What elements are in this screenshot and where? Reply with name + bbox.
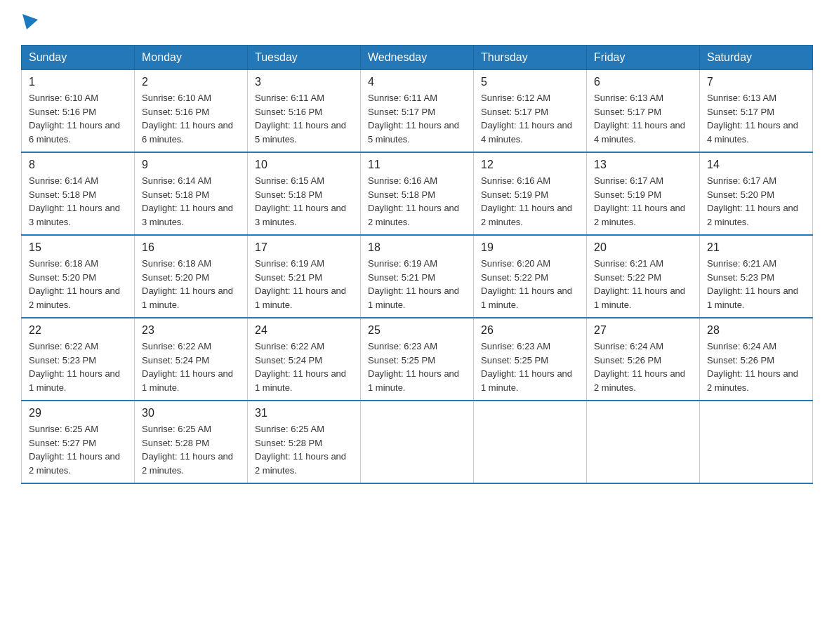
calendar-week-row: 8 Sunrise: 6:14 AM Sunset: 5:18 PM Dayli… — [22, 152, 813, 235]
day-info: Sunrise: 6:21 AM Sunset: 5:22 PM Dayligh… — [594, 257, 692, 311]
day-number: 15 — [29, 241, 127, 254]
calendar-table: SundayMondayTuesdayWednesdayThursdayFrid… — [21, 45, 813, 484]
day-number: 31 — [255, 407, 353, 420]
day-number: 18 — [368, 241, 466, 254]
logo-triangle-icon — [22, 14, 38, 29]
weekday-header-sunday: Sunday — [22, 46, 135, 70]
logo — [21, 14, 38, 32]
weekday-header-thursday: Thursday — [474, 46, 587, 70]
calendar-cell: 7 Sunrise: 6:13 AM Sunset: 5:17 PM Dayli… — [700, 70, 813, 153]
day-number: 13 — [594, 159, 692, 171]
day-info: Sunrise: 6:22 AM Sunset: 5:23 PM Dayligh… — [29, 340, 127, 394]
day-info: Sunrise: 6:16 AM Sunset: 5:18 PM Dayligh… — [368, 174, 466, 229]
weekday-header-monday: Monday — [135, 46, 248, 70]
day-info: Sunrise: 6:17 AM Sunset: 5:20 PM Dayligh… — [707, 174, 805, 229]
weekday-header-tuesday: Tuesday — [248, 46, 361, 70]
day-info: Sunrise: 6:13 AM Sunset: 5:17 PM Dayligh… — [594, 91, 692, 146]
calendar-cell — [700, 401, 813, 483]
day-number: 10 — [255, 159, 353, 171]
day-number: 27 — [594, 324, 692, 337]
day-info: Sunrise: 6:14 AM Sunset: 5:18 PM Dayligh… — [142, 174, 240, 229]
day-number: 30 — [142, 407, 240, 420]
svg-marker-0 — [22, 14, 38, 29]
calendar-cell — [474, 401, 587, 483]
day-number: 12 — [481, 159, 579, 171]
calendar-week-row: 22 Sunrise: 6:22 AM Sunset: 5:23 PM Dayl… — [22, 318, 813, 401]
day-number: 14 — [707, 159, 805, 171]
calendar-cell: 4 Sunrise: 6:11 AM Sunset: 5:17 PM Dayli… — [361, 70, 474, 153]
calendar-cell: 17 Sunrise: 6:19 AM Sunset: 5:21 PM Dayl… — [248, 235, 361, 318]
day-info: Sunrise: 6:13 AM Sunset: 5:17 PM Dayligh… — [707, 91, 805, 146]
day-info: Sunrise: 6:22 AM Sunset: 5:24 PM Dayligh… — [255, 340, 353, 394]
calendar-cell: 5 Sunrise: 6:12 AM Sunset: 5:17 PM Dayli… — [474, 70, 587, 153]
day-number: 26 — [481, 324, 579, 337]
calendar-cell: 22 Sunrise: 6:22 AM Sunset: 5:23 PM Dayl… — [22, 318, 135, 401]
calendar-cell: 8 Sunrise: 6:14 AM Sunset: 5:18 PM Dayli… — [22, 152, 135, 235]
day-number: 7 — [707, 76, 805, 88]
calendar-cell: 11 Sunrise: 6:16 AM Sunset: 5:18 PM Dayl… — [361, 152, 474, 235]
day-number: 20 — [594, 241, 692, 254]
day-info: Sunrise: 6:11 AM Sunset: 5:16 PM Dayligh… — [255, 91, 353, 146]
calendar-cell: 20 Sunrise: 6:21 AM Sunset: 5:22 PM Dayl… — [587, 235, 700, 318]
weekday-header-wednesday: Wednesday — [361, 46, 474, 70]
calendar-cell: 9 Sunrise: 6:14 AM Sunset: 5:18 PM Dayli… — [135, 152, 248, 235]
calendar-cell: 30 Sunrise: 6:25 AM Sunset: 5:28 PM Dayl… — [135, 401, 248, 483]
day-number: 6 — [594, 76, 692, 88]
calendar-cell: 31 Sunrise: 6:25 AM Sunset: 5:28 PM Dayl… — [248, 401, 361, 483]
calendar-cell: 15 Sunrise: 6:18 AM Sunset: 5:20 PM Dayl… — [22, 235, 135, 318]
day-number: 21 — [707, 241, 805, 254]
day-number: 17 — [255, 241, 353, 254]
day-info: Sunrise: 6:18 AM Sunset: 5:20 PM Dayligh… — [142, 257, 240, 311]
day-number: 5 — [481, 76, 579, 88]
day-number: 1 — [29, 76, 127, 88]
day-number: 25 — [368, 324, 466, 337]
day-number: 2 — [142, 76, 240, 88]
day-info: Sunrise: 6:11 AM Sunset: 5:17 PM Dayligh… — [368, 91, 466, 146]
weekday-header-saturday: Saturday — [700, 46, 813, 70]
day-info: Sunrise: 6:23 AM Sunset: 5:25 PM Dayligh… — [481, 340, 579, 394]
calendar-week-row: 29 Sunrise: 6:25 AM Sunset: 5:27 PM Dayl… — [22, 401, 813, 483]
day-info: Sunrise: 6:15 AM Sunset: 5:18 PM Dayligh… — [255, 174, 353, 229]
day-info: Sunrise: 6:18 AM Sunset: 5:20 PM Dayligh… — [29, 257, 127, 311]
calendar-cell: 28 Sunrise: 6:24 AM Sunset: 5:26 PM Dayl… — [700, 318, 813, 401]
calendar-week-row: 15 Sunrise: 6:18 AM Sunset: 5:20 PM Dayl… — [22, 235, 813, 318]
day-info: Sunrise: 6:19 AM Sunset: 5:21 PM Dayligh… — [255, 257, 353, 311]
calendar-cell: 12 Sunrise: 6:16 AM Sunset: 5:19 PM Dayl… — [474, 152, 587, 235]
calendar-cell: 14 Sunrise: 6:17 AM Sunset: 5:20 PM Dayl… — [700, 152, 813, 235]
day-info: Sunrise: 6:25 AM Sunset: 5:28 PM Dayligh… — [142, 422, 240, 477]
day-number: 29 — [29, 407, 127, 420]
calendar-cell: 19 Sunrise: 6:20 AM Sunset: 5:22 PM Dayl… — [474, 235, 587, 318]
day-info: Sunrise: 6:12 AM Sunset: 5:17 PM Dayligh… — [481, 91, 579, 146]
calendar-cell: 29 Sunrise: 6:25 AM Sunset: 5:27 PM Dayl… — [22, 401, 135, 483]
calendar-cell: 21 Sunrise: 6:21 AM Sunset: 5:23 PM Dayl… — [700, 235, 813, 318]
day-number: 4 — [368, 76, 466, 88]
calendar-cell: 24 Sunrise: 6:22 AM Sunset: 5:24 PM Dayl… — [248, 318, 361, 401]
calendar-cell: 1 Sunrise: 6:10 AM Sunset: 5:16 PM Dayli… — [22, 70, 135, 153]
calendar-cell: 16 Sunrise: 6:18 AM Sunset: 5:20 PM Dayl… — [135, 235, 248, 318]
calendar-cell — [361, 401, 474, 483]
day-info: Sunrise: 6:19 AM Sunset: 5:21 PM Dayligh… — [368, 257, 466, 311]
day-number: 9 — [142, 159, 240, 171]
calendar-cell: 25 Sunrise: 6:23 AM Sunset: 5:25 PM Dayl… — [361, 318, 474, 401]
calendar-cell: 3 Sunrise: 6:11 AM Sunset: 5:16 PM Dayli… — [248, 70, 361, 153]
day-info: Sunrise: 6:10 AM Sunset: 5:16 PM Dayligh… — [29, 91, 127, 146]
calendar-cell: 26 Sunrise: 6:23 AM Sunset: 5:25 PM Dayl… — [474, 318, 587, 401]
day-number: 11 — [368, 159, 466, 171]
day-number: 28 — [707, 324, 805, 337]
day-number: 19 — [481, 241, 579, 254]
day-info: Sunrise: 6:17 AM Sunset: 5:19 PM Dayligh… — [594, 174, 692, 229]
calendar-cell: 10 Sunrise: 6:15 AM Sunset: 5:18 PM Dayl… — [248, 152, 361, 235]
day-info: Sunrise: 6:22 AM Sunset: 5:24 PM Dayligh… — [142, 340, 240, 394]
day-number: 24 — [255, 324, 353, 337]
day-info: Sunrise: 6:20 AM Sunset: 5:22 PM Dayligh… — [481, 257, 579, 311]
calendar-cell: 13 Sunrise: 6:17 AM Sunset: 5:19 PM Dayl… — [587, 152, 700, 235]
calendar-cell: 2 Sunrise: 6:10 AM Sunset: 5:16 PM Dayli… — [135, 70, 248, 153]
calendar-cell: 6 Sunrise: 6:13 AM Sunset: 5:17 PM Dayli… — [587, 70, 700, 153]
day-number: 3 — [255, 76, 353, 88]
calendar-cell — [587, 401, 700, 483]
day-info: Sunrise: 6:24 AM Sunset: 5:26 PM Dayligh… — [707, 340, 805, 394]
calendar-cell: 23 Sunrise: 6:22 AM Sunset: 5:24 PM Dayl… — [135, 318, 248, 401]
weekday-header-friday: Friday — [587, 46, 700, 70]
page-header — [21, 14, 813, 32]
day-number: 8 — [29, 159, 127, 171]
